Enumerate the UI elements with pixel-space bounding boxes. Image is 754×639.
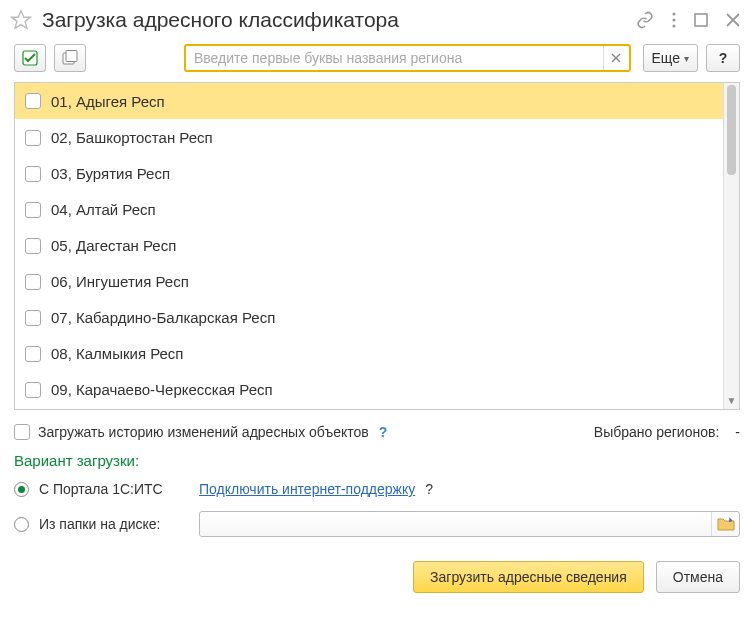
region-row[interactable]: 03, Бурятия Респ — [15, 155, 723, 191]
history-help-icon[interactable]: ? — [379, 424, 388, 440]
check-all-button[interactable] — [14, 44, 46, 72]
chevron-down-icon: ▾ — [684, 53, 689, 64]
region-checkbox[interactable] — [25, 166, 41, 182]
region-label: 07, Кабардино-Балкарская Респ — [51, 309, 275, 326]
clear-search-button[interactable] — [603, 46, 629, 70]
help-button[interactable]: ? — [706, 44, 740, 72]
region-row[interactable]: 05, Дагестан Респ — [15, 227, 723, 263]
options-row: Загружать историю изменений адресных объ… — [0, 410, 754, 446]
uncheck-all-button[interactable] — [54, 44, 86, 72]
variant-section-title: Вариант загрузки: — [0, 446, 754, 477]
folder-path-field[interactable] — [199, 511, 740, 537]
scroll-down-icon[interactable]: ▼ — [724, 395, 739, 406]
region-label: 09, Карачаево-Черкесская Респ — [51, 381, 273, 398]
toolbar: Еще ▾ ? — [0, 40, 754, 82]
svg-rect-4 — [695, 14, 707, 26]
window-title: Загрузка адресного классификатора — [42, 8, 626, 32]
region-checkbox[interactable] — [25, 310, 41, 326]
region-row[interactable]: 07, Кабардино-Балкарская Респ — [15, 299, 723, 335]
region-list: 01, Адыгея Респ02, Башкортостан Респ03, … — [14, 82, 740, 410]
footer: Загрузить адресные сведения Отмена — [0, 547, 754, 593]
link-icon[interactable] — [636, 11, 654, 29]
region-label: 06, Ингушетия Респ — [51, 273, 189, 290]
region-checkbox[interactable] — [25, 274, 41, 290]
favorite-star-icon[interactable] — [10, 9, 32, 31]
folder-radio[interactable] — [14, 517, 29, 532]
region-list-body: 01, Адыгея Респ02, Башкортостан Респ03, … — [15, 83, 723, 409]
region-row[interactable]: 02, Башкортостан Респ — [15, 119, 723, 155]
region-checkbox[interactable] — [25, 202, 41, 218]
region-checkbox[interactable] — [25, 93, 41, 109]
region-label: 08, Калмыкия Респ — [51, 345, 184, 362]
region-row[interactable]: 08, Калмыкия Респ — [15, 335, 723, 371]
folder-radio-label: Из папки на диске: — [39, 516, 189, 532]
load-button[interactable]: Загрузить адресные сведения — [413, 561, 644, 593]
selected-regions-label: Выбрано регионов: — [594, 424, 720, 440]
more-button-label: Еще — [652, 50, 681, 66]
connect-support-link[interactable]: Подключить интернет-поддержку — [199, 481, 415, 497]
region-checkbox[interactable] — [25, 382, 41, 398]
region-checkbox[interactable] — [25, 346, 41, 362]
portal-radio[interactable] — [14, 482, 29, 497]
titlebar: Загрузка адресного классификатора — [0, 0, 754, 40]
variant-radios: С Портала 1С:ИТС Подключить интернет-под… — [0, 477, 754, 547]
selected-regions-count: - — [735, 424, 740, 440]
svg-point-1 — [672, 12, 675, 15]
svg-point-3 — [672, 24, 675, 27]
connect-help-icon[interactable]: ? — [425, 481, 433, 497]
folder-radio-row: Из папки на диске: — [14, 507, 740, 547]
portal-radio-label: С Портала 1С:ИТС — [39, 481, 189, 497]
region-row[interactable]: 01, Адыгея Респ — [15, 83, 723, 119]
history-label: Загружать историю изменений адресных объ… — [38, 424, 369, 440]
cancel-button[interactable]: Отмена — [656, 561, 740, 593]
more-button[interactable]: Еще ▾ — [643, 44, 699, 72]
window-controls — [636, 11, 740, 29]
region-label: 01, Адыгея Респ — [51, 93, 165, 110]
search-field[interactable] — [184, 44, 631, 72]
region-row[interactable]: 09, Карачаево-Черкесская Респ — [15, 371, 723, 407]
region-label: 05, Дагестан Респ — [51, 237, 176, 254]
svg-rect-9 — [66, 51, 77, 62]
menu-dots-icon[interactable] — [672, 12, 676, 28]
svg-point-2 — [672, 18, 675, 21]
region-label: 02, Башкортостан Респ — [51, 129, 213, 146]
svg-marker-0 — [12, 11, 30, 28]
region-row[interactable]: 04, Алтай Респ — [15, 191, 723, 227]
folder-path-input[interactable] — [200, 512, 711, 536]
region-checkbox[interactable] — [25, 238, 41, 254]
search-input[interactable] — [186, 46, 603, 70]
browse-folder-button[interactable] — [711, 512, 739, 536]
region-label: 04, Алтай Респ — [51, 201, 156, 218]
region-label: 03, Бурятия Респ — [51, 165, 170, 182]
scrollbar[interactable]: ▼ — [723, 83, 739, 409]
scrollbar-thumb[interactable] — [727, 85, 736, 175]
maximize-icon[interactable] — [694, 13, 708, 27]
region-row[interactable]: 06, Ингушетия Респ — [15, 263, 723, 299]
history-checkbox[interactable] — [14, 424, 30, 440]
portal-radio-row: С Портала 1С:ИТС Подключить интернет-под… — [14, 477, 740, 507]
close-icon[interactable] — [726, 13, 740, 27]
region-checkbox[interactable] — [25, 130, 41, 146]
